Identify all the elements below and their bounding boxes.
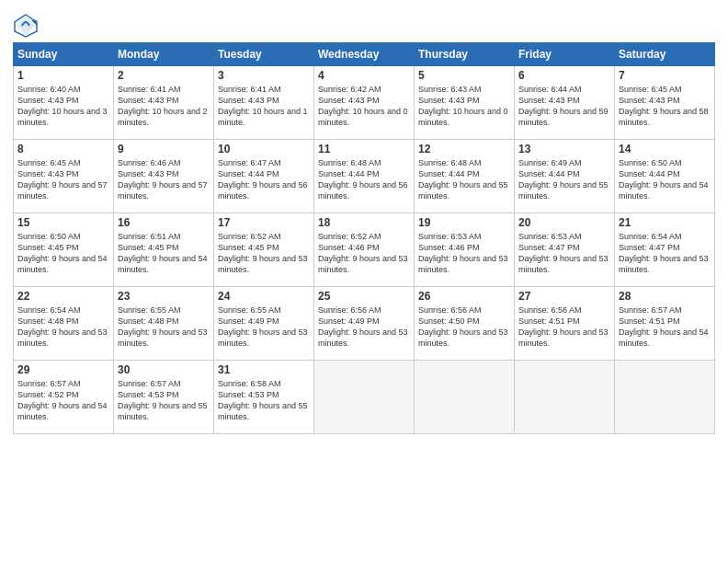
calendar-cell: 4Sunrise: 6:42 AMSunset: 4:43 PMDaylight… — [314, 66, 415, 140]
calendar-cell: 5Sunrise: 6:43 AMSunset: 4:43 PMDaylight… — [415, 66, 515, 140]
day-info: Sunrise: 6:52 AMSunset: 4:45 PMDaylight:… — [218, 231, 310, 276]
day-info: Sunrise: 6:45 AMSunset: 4:43 PMDaylight:… — [619, 84, 711, 129]
day-number: 10 — [218, 143, 310, 155]
day-info: Sunrise: 6:54 AMSunset: 4:48 PMDaylight:… — [17, 304, 109, 350]
calendar-cell: 1Sunrise: 6:40 AMSunset: 4:43 PMDaylight… — [14, 66, 114, 140]
calendar-cell — [515, 361, 615, 434]
calendar-week-row: 29Sunrise: 6:57 AMSunset: 4:52 PMDayligh… — [14, 361, 715, 434]
calendar-week-row: 15Sunrise: 6:50 AMSunset: 4:45 PMDayligh… — [14, 213, 715, 287]
day-info: Sunrise: 6:49 AMSunset: 4:44 PMDaylight:… — [518, 157, 610, 202]
day-number: 11 — [318, 143, 410, 155]
day-info: Sunrise: 6:41 AMSunset: 4:43 PMDaylight:… — [118, 84, 210, 129]
calendar-week-row: 1Sunrise: 6:40 AMSunset: 4:43 PMDaylight… — [14, 66, 715, 140]
day-info: Sunrise: 6:53 AMSunset: 4:47 PMDaylight:… — [518, 231, 610, 276]
day-info: Sunrise: 6:46 AMSunset: 4:43 PMDaylight:… — [118, 157, 210, 202]
calendar-cell: 16Sunrise: 6:51 AMSunset: 4:45 PMDayligh… — [114, 213, 214, 287]
calendar-cell: 9Sunrise: 6:46 AMSunset: 4:43 PMDaylight… — [114, 140, 214, 213]
calendar-container: SundayMondayTuesdayWednesdayThursdayFrid… — [0, 0, 728, 563]
day-number: 14 — [619, 143, 711, 155]
calendar-cell — [615, 361, 715, 434]
day-info: Sunrise: 6:55 AMSunset: 4:48 PMDaylight:… — [118, 304, 210, 350]
day-number: 6 — [518, 69, 610, 82]
logo — [13, 13, 42, 39]
day-info: Sunrise: 6:48 AMSunset: 4:44 PMDaylight:… — [418, 157, 510, 202]
day-info: Sunrise: 6:52 AMSunset: 4:46 PMDaylight:… — [318, 231, 410, 276]
calendar-table: SundayMondayTuesdayWednesdayThursdayFrid… — [13, 42, 715, 434]
day-number: 16 — [118, 216, 210, 229]
calendar-cell: 23Sunrise: 6:55 AMSunset: 4:48 PMDayligh… — [114, 287, 214, 361]
day-number: 12 — [418, 143, 510, 155]
day-number: 2 — [118, 69, 210, 82]
day-number: 17 — [218, 216, 310, 229]
day-info: Sunrise: 6:45 AMSunset: 4:43 PMDaylight:… — [17, 157, 109, 202]
day-number: 4 — [318, 69, 410, 82]
calendar-cell: 25Sunrise: 6:56 AMSunset: 4:49 PMDayligh… — [314, 287, 415, 361]
day-info: Sunrise: 6:42 AMSunset: 4:43 PMDaylight:… — [318, 84, 410, 129]
calendar-cell: 13Sunrise: 6:49 AMSunset: 4:44 PMDayligh… — [515, 140, 615, 213]
header — [13, 9, 715, 39]
day-number: 21 — [619, 216, 711, 229]
weekday-header: Sunday — [14, 43, 114, 66]
day-info: Sunrise: 6:55 AMSunset: 4:49 PMDaylight:… — [218, 304, 310, 350]
day-info: Sunrise: 6:44 AMSunset: 4:43 PMDaylight:… — [518, 84, 610, 129]
day-info: Sunrise: 6:43 AMSunset: 4:43 PMDaylight:… — [418, 84, 510, 129]
calendar-week-row: 22Sunrise: 6:54 AMSunset: 4:48 PMDayligh… — [14, 287, 715, 361]
day-number: 29 — [17, 363, 109, 376]
weekday-header: Wednesday — [314, 43, 415, 66]
calendar-cell: 18Sunrise: 6:52 AMSunset: 4:46 PMDayligh… — [314, 213, 415, 287]
day-info: Sunrise: 6:56 AMSunset: 4:50 PMDaylight:… — [418, 304, 510, 350]
day-info: Sunrise: 6:41 AMSunset: 4:43 PMDaylight:… — [218, 84, 310, 129]
calendar-cell: 28Sunrise: 6:57 AMSunset: 4:51 PMDayligh… — [615, 287, 715, 361]
day-info: Sunrise: 6:53 AMSunset: 4:46 PMDaylight:… — [418, 231, 510, 276]
day-number: 5 — [418, 69, 510, 82]
calendar-cell: 3Sunrise: 6:41 AMSunset: 4:43 PMDaylight… — [214, 66, 314, 140]
calendar-cell: 26Sunrise: 6:56 AMSunset: 4:50 PMDayligh… — [415, 287, 515, 361]
calendar-cell: 31Sunrise: 6:58 AMSunset: 4:53 PMDayligh… — [214, 361, 314, 434]
day-number: 9 — [118, 143, 210, 155]
logo-icon — [13, 13, 39, 39]
calendar-cell: 27Sunrise: 6:56 AMSunset: 4:51 PMDayligh… — [515, 287, 615, 361]
calendar-cell: 12Sunrise: 6:48 AMSunset: 4:44 PMDayligh… — [415, 140, 515, 213]
weekday-header: Friday — [515, 43, 615, 66]
day-number: 23 — [118, 290, 210, 303]
weekday-header: Monday — [114, 43, 214, 66]
day-info: Sunrise: 6:58 AMSunset: 4:53 PMDaylight:… — [218, 378, 310, 423]
day-info: Sunrise: 6:57 AMSunset: 4:51 PMDaylight:… — [619, 304, 711, 350]
calendar-cell: 14Sunrise: 6:50 AMSunset: 4:44 PMDayligh… — [615, 140, 715, 213]
calendar-cell: 29Sunrise: 6:57 AMSunset: 4:52 PMDayligh… — [14, 361, 114, 434]
day-number: 13 — [518, 143, 610, 155]
day-number: 28 — [619, 290, 711, 303]
day-number: 20 — [518, 216, 610, 229]
day-number: 3 — [218, 69, 310, 82]
weekday-header: Thursday — [415, 43, 515, 66]
weekday-header: Tuesday — [214, 43, 314, 66]
day-info: Sunrise: 6:47 AMSunset: 4:44 PMDaylight:… — [218, 157, 310, 202]
calendar-header-row: SundayMondayTuesdayWednesdayThursdayFrid… — [14, 43, 715, 66]
day-number: 1 — [17, 69, 109, 82]
calendar-cell: 17Sunrise: 6:52 AMSunset: 4:45 PMDayligh… — [214, 213, 314, 287]
calendar-cell: 15Sunrise: 6:50 AMSunset: 4:45 PMDayligh… — [14, 213, 114, 287]
calendar-cell: 20Sunrise: 6:53 AMSunset: 4:47 PMDayligh… — [515, 213, 615, 287]
day-number: 30 — [118, 363, 210, 376]
day-info: Sunrise: 6:48 AMSunset: 4:44 PMDaylight:… — [318, 157, 410, 202]
calendar-cell: 11Sunrise: 6:48 AMSunset: 4:44 PMDayligh… — [314, 140, 415, 213]
calendar-cell: 10Sunrise: 6:47 AMSunset: 4:44 PMDayligh… — [214, 140, 314, 213]
day-info: Sunrise: 6:56 AMSunset: 4:51 PMDaylight:… — [518, 304, 610, 350]
day-number: 26 — [418, 290, 510, 303]
calendar-week-row: 8Sunrise: 6:45 AMSunset: 4:43 PMDaylight… — [14, 140, 715, 213]
day-info: Sunrise: 6:56 AMSunset: 4:49 PMDaylight:… — [318, 304, 410, 350]
calendar-cell: 8Sunrise: 6:45 AMSunset: 4:43 PMDaylight… — [14, 140, 114, 213]
day-number: 31 — [218, 363, 310, 376]
calendar-cell: 6Sunrise: 6:44 AMSunset: 4:43 PMDaylight… — [515, 66, 615, 140]
day-number: 25 — [318, 290, 410, 303]
day-number: 18 — [318, 216, 410, 229]
calendar-cell — [415, 361, 515, 434]
day-number: 15 — [17, 216, 109, 229]
day-info: Sunrise: 6:40 AMSunset: 4:43 PMDaylight:… — [17, 84, 109, 129]
calendar-cell: 24Sunrise: 6:55 AMSunset: 4:49 PMDayligh… — [214, 287, 314, 361]
weekday-header: Saturday — [615, 43, 715, 66]
day-number: 24 — [218, 290, 310, 303]
calendar-cell: 19Sunrise: 6:53 AMSunset: 4:46 PMDayligh… — [415, 213, 515, 287]
day-info: Sunrise: 6:54 AMSunset: 4:47 PMDaylight:… — [619, 231, 711, 276]
day-number: 27 — [518, 290, 610, 303]
